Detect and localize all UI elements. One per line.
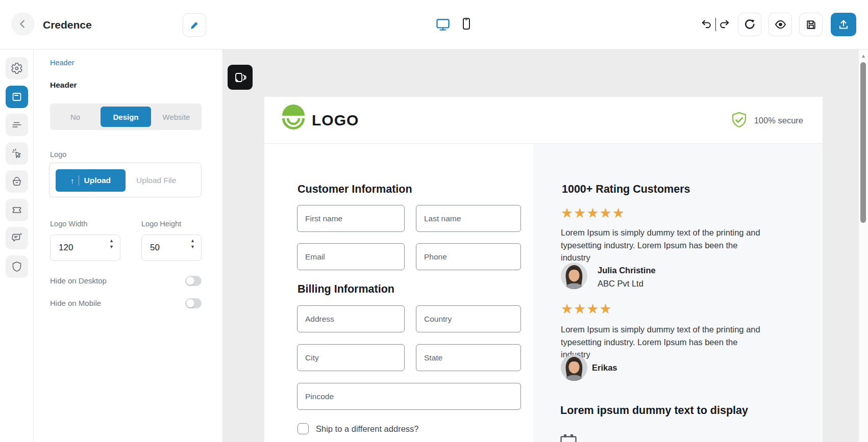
- width-stepper-down[interactable]: ▼: [109, 245, 114, 249]
- star-rating: ★★★★★: [561, 206, 625, 220]
- first-name-input[interactable]: [297, 205, 405, 232]
- checkout-header: LOGO 100% secure: [264, 97, 823, 144]
- page-title: Credence: [43, 0, 92, 49]
- rail-item-testimonials[interactable]: [6, 227, 28, 249]
- upload-button-divider: [79, 175, 79, 186]
- rail-item-cart[interactable]: [6, 170, 28, 193]
- city-input[interactable]: [297, 344, 405, 371]
- basket-icon: [11, 175, 23, 188]
- reviewer-avatar: [561, 263, 587, 289]
- email-input[interactable]: [297, 243, 405, 270]
- country-input[interactable]: [416, 305, 521, 332]
- reviewer-company: ABC Pvt Ltd: [598, 279, 643, 289]
- state-input[interactable]: [416, 344, 521, 371]
- logo-width-value: 120: [59, 235, 73, 261]
- logo-width-input[interactable]: 120 ▲ ▼: [50, 235, 120, 261]
- preview-canvas: LOGO 100% secure Customer Information Bi…: [223, 49, 859, 442]
- brand-logo-icon: [280, 103, 307, 130]
- page-scrollbar: ▲: [859, 49, 868, 442]
- checkout-page-preview: LOGO 100% secure Customer Information Bi…: [264, 97, 823, 442]
- pincode-input[interactable]: [297, 383, 521, 410]
- mobile-view-button[interactable]: [460, 16, 473, 32]
- undo-button[interactable]: [700, 18, 712, 30]
- hide-on-desktop-label: Hide on Desktop: [50, 276, 107, 285]
- shield-check-icon: [731, 112, 747, 129]
- header-panel-icon: [11, 91, 23, 103]
- pencil-icon: [190, 20, 200, 30]
- module-rail: [0, 49, 34, 442]
- logo-height-input[interactable]: 50 ▲ ▼: [141, 235, 202, 261]
- back-button[interactable]: [11, 12, 35, 36]
- rail-item-actions[interactable]: [6, 142, 28, 165]
- height-stepper-up[interactable]: ▲: [190, 239, 195, 243]
- rail-item-coupon[interactable]: [6, 199, 28, 221]
- upload-button-label: Upload: [84, 176, 111, 185]
- upload-button[interactable]: ↑ Upload: [56, 169, 126, 192]
- phone-input[interactable]: [416, 243, 521, 270]
- height-stepper-down[interactable]: ▼: [190, 245, 195, 249]
- last-name-input[interactable]: [416, 205, 521, 232]
- collapse-panel-icon: [234, 71, 247, 84]
- desktop-monitor-icon: [435, 17, 451, 32]
- secure-label: 100% secure: [754, 116, 803, 125]
- undo-icon: [700, 18, 712, 30]
- ship-different-address-checkbox[interactable]: [297, 423, 309, 434]
- panel-section-title: Header: [50, 81, 77, 90]
- breadcrumb[interactable]: Header: [50, 59, 75, 67]
- customer-information-heading: Customer Information: [297, 183, 412, 196]
- reload-icon: [743, 18, 756, 31]
- ticket-icon: [11, 204, 23, 216]
- segment-no[interactable]: No: [50, 103, 101, 130]
- desktop-view-button[interactable]: [435, 17, 451, 32]
- header-mode-segmented-control: No Design Website: [50, 103, 202, 130]
- publish-button[interactable]: [831, 13, 856, 36]
- history-divider: [715, 18, 716, 31]
- scrollbar-thumb[interactable]: [860, 62, 866, 223]
- smartphone-icon: [460, 17, 473, 31]
- reviewer-name: Erikas: [592, 363, 617, 373]
- review-text: Lorem Ipsum is simply dummy text of the …: [561, 323, 765, 361]
- redo-icon: [718, 18, 731, 30]
- topbar: Credence: [0, 0, 868, 49]
- scrollbar-up-arrow[interactable]: ▲: [861, 54, 866, 59]
- collapse-panel-button[interactable]: [228, 65, 253, 90]
- reload-button[interactable]: [738, 13, 761, 36]
- ship-different-address-row: Ship to a different address?: [297, 423, 419, 434]
- footer-heading: Lorem ipsum dummy text to display: [560, 404, 748, 417]
- edit-title-button[interactable]: [183, 13, 206, 37]
- save-button[interactable]: [799, 13, 823, 36]
- billing-information-heading: Billing Information: [297, 283, 394, 296]
- upload-icon: [837, 18, 850, 31]
- shield-icon: [11, 261, 23, 273]
- toggle-knob: [186, 277, 194, 285]
- rail-item-fields[interactable]: [6, 114, 28, 136]
- segment-design[interactable]: Design: [101, 107, 151, 127]
- width-stepper-up[interactable]: ▲: [109, 239, 114, 243]
- rail-item-security[interactable]: [6, 255, 28, 278]
- preview-button[interactable]: [768, 13, 792, 36]
- cursor-click-icon: [11, 147, 23, 160]
- chevron-left-icon: [17, 18, 29, 30]
- redo-button[interactable]: [718, 18, 731, 30]
- logo-upload-dropzone: ↑ Upload Upload File: [49, 163, 202, 197]
- hide-on-mobile-toggle[interactable]: [185, 298, 202, 308]
- logo-height-value: 50: [150, 235, 160, 261]
- hide-on-desktop-toggle[interactable]: [185, 276, 202, 286]
- reviewer-avatar: [561, 354, 587, 381]
- logo-text: LOGO: [312, 97, 359, 144]
- upload-arrow-icon: ↑: [70, 176, 75, 185]
- logo-width-label: Logo Width: [50, 220, 87, 228]
- segment-website[interactable]: Website: [151, 103, 202, 130]
- toggle-knob: [186, 299, 194, 307]
- hide-on-mobile-label: Hide on Mobile: [50, 299, 101, 307]
- address-input[interactable]: [297, 305, 405, 332]
- rail-item-settings[interactable]: [6, 57, 28, 80]
- upload-file-label: Upload File: [136, 163, 176, 198]
- ship-different-address-label: Ship to a different address?: [316, 424, 419, 434]
- text-lines-icon: [11, 119, 23, 131]
- settings-panel: Header Header No Design Website Logo ↑ U…: [34, 49, 223, 442]
- save-disk-icon: [805, 19, 817, 31]
- rating-customers-heading: 1000+ Rating Customers: [562, 183, 690, 196]
- reviewer-name: Julia Christine: [598, 266, 656, 275]
- rail-item-header[interactable]: [6, 86, 28, 108]
